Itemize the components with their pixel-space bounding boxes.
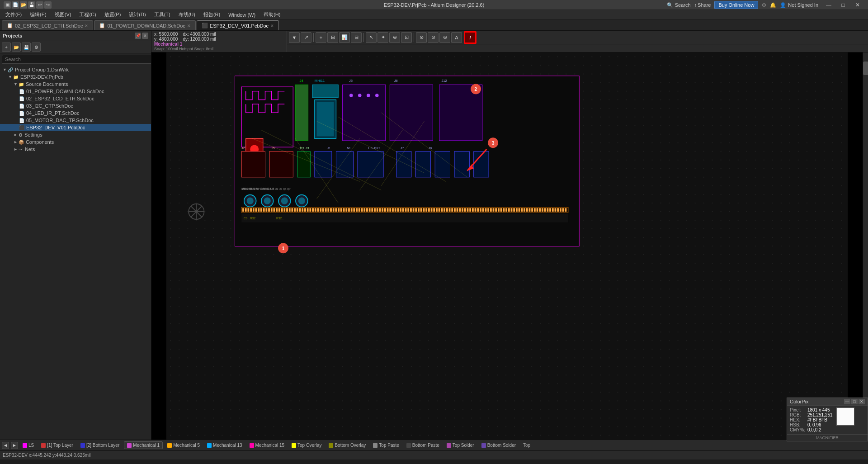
icon-redo[interactable]: ↪ <box>44 1 52 9</box>
layer-tab-top-solder[interactable]: Top Solder <box>444 442 477 449</box>
tree-root-arrow: ▼ <box>3 67 7 72</box>
sidebar-new-button[interactable]: + <box>2 43 11 52</box>
tree-root[interactable]: ▼ 🔗 Project Group 1.DsnWrk <box>0 66 151 73</box>
tree-nets[interactable]: ► 〰 Nets <box>0 146 151 153</box>
toolbar-table[interactable]: ⊟ <box>351 32 362 43</box>
tree-file-3[interactable]: 📄 03_I2C_CTP.SchDoc <box>0 102 151 109</box>
tab-close-3[interactable]: ✕ <box>270 24 274 28</box>
menu-view[interactable]: 视图(V) <box>51 10 75 19</box>
layer-tab-top-label[interactable]: Top <box>520 442 533 449</box>
sidebar-compile-button[interactable]: ⚙ <box>32 43 41 52</box>
sidebar-open-button[interactable]: 📂 <box>12 43 21 52</box>
tree-components[interactable]: ► 📦 Components <box>0 138 151 146</box>
layer-tab-top-paste[interactable]: Top Paste <box>370 442 401 449</box>
icon-save[interactable]: 💾 <box>28 1 35 9</box>
toolbar-select[interactable]: ↗ <box>301 32 311 43</box>
menu-design[interactable]: 设计(D) <box>125 10 149 19</box>
toolbar-inspect[interactable]: ⊕ <box>389 32 400 43</box>
layer-tab-bottom-paste[interactable]: Bottom Paste <box>404 442 442 449</box>
toolbar-cursor[interactable]: ↖ <box>366 32 377 43</box>
icon-new[interactable]: 📄 <box>12 1 19 9</box>
layer-color-bottom <box>80 443 85 448</box>
menu-window[interactable]: Window (W) <box>225 11 259 19</box>
toolbar-sep-3 <box>414 33 414 42</box>
minimize-button[interactable]: — <box>822 0 835 9</box>
tab-close-2[interactable]: ✕ <box>187 24 191 28</box>
layer-nav-left[interactable]: ◄ <box>2 442 9 449</box>
layer-tab-mech15[interactable]: Mechanical 15 <box>247 442 287 449</box>
share-button[interactable]: ↑ Share <box>694 2 711 8</box>
layer-tab-mech5[interactable]: Mechanical 5 <box>165 442 203 449</box>
layer-nav-right[interactable]: ► <box>11 442 18 449</box>
toolbar-star[interactable]: ✦ <box>377 32 388 43</box>
search-input[interactable] <box>2 55 151 64</box>
tab-lcd-eth[interactable]: 📋 02_ESP32_LCD_ETH.SchDoc ✕ <box>2 20 93 30</box>
toolbar-route[interactable]: ⊛ <box>439 32 450 43</box>
layer-tab-bottom-solder[interactable]: Bottom Solder <box>479 442 519 449</box>
layer-tab-mech1[interactable]: Mechanical 1 <box>124 441 163 449</box>
tab-close-1[interactable]: ✕ <box>85 24 88 28</box>
close-button[interactable]: ✕ <box>851 0 864 9</box>
layer-tab-bottom[interactable]: [2] Bottom Layer <box>78 442 122 449</box>
svg-rect-126 <box>428 208 430 212</box>
menu-report[interactable]: 报告(R) <box>200 10 224 19</box>
svg-text:2: 2 <box>475 87 477 92</box>
layer-tab-mech13[interactable]: Mechanical 13 <box>204 442 245 449</box>
tree-source-docs[interactable]: ▼ 📁 Source Documents <box>0 80 151 88</box>
layer-tab-top[interactable]: [1] Top Layer <box>38 442 76 449</box>
toolbar-chart[interactable]: 📊 <box>339 32 350 43</box>
menu-project[interactable]: 工程(C) <box>75 10 99 19</box>
toolbar-add[interactable]: + <box>316 32 326 43</box>
icon-undo[interactable]: ↩ <box>36 1 43 9</box>
menu-tools[interactable]: 工具(T) <box>151 10 174 19</box>
colorpix-close[interactable]: ✕ <box>859 399 865 404</box>
svg-rect-40 <box>435 152 450 177</box>
sidebar-pin-button[interactable]: 📌 <box>135 33 141 39</box>
colorpix-hsb-label: HSB: <box>790 422 806 427</box>
settings-icon[interactable]: ⚙ <box>762 2 766 8</box>
toolbar-cross2[interactable]: ⊘ <box>428 32 439 43</box>
layer-tab-bottom-overlay[interactable]: Bottom Overlay <box>326 442 368 449</box>
toolbar-text[interactable]: A <box>451 32 462 43</box>
canvas-area[interactable]: J4 MHI11 J5 J6 <box>151 52 863 440</box>
tree-project[interactable]: ▼ 📁 ESP32-DEV.PrjPcb <box>0 73 151 80</box>
tree-pcbfile[interactable]: ⬛ ESP32_DEV_V01.PcbDoc <box>0 124 151 131</box>
share-label: Share <box>698 2 711 8</box>
buy-button[interactable]: Buy Online Now <box>714 1 758 9</box>
sidebar-save-button[interactable]: 💾 <box>22 43 31 52</box>
not-signed-label: Not Signed In <box>788 2 818 8</box>
tree-settings[interactable]: ► ⚙ Settings <box>0 131 151 138</box>
menu-file[interactable]: 文件(F) <box>2 10 25 19</box>
menu-edit[interactable]: 编辑(E) <box>26 10 50 19</box>
tab-pcbdoc[interactable]: ⬛ ESP32_DEV_V01.PcbDoc ✕ <box>197 20 279 30</box>
layer-tab-top-overlay[interactable]: Top Overlay <box>289 442 324 449</box>
tree-file-4[interactable]: 📄 04_LED_IR_PT.SchDoc <box>0 109 151 117</box>
toolbar-filter[interactable]: ▼ <box>289 32 300 43</box>
layer-color-ls <box>23 443 27 448</box>
scrollbar-thumb[interactable] <box>863 62 868 75</box>
tab-icon-1: 📋 <box>7 23 13 28</box>
toolbar: ▼ ↗ + ⊞ 📊 ⊟ ↖ ✦ ⊕ ⊡ ⊗ ⊘ ⊛ A / <box>287 31 868 44</box>
tree-file-5[interactable]: 📄 05_MOTOR_DAC_TP.SchDoc <box>0 117 151 124</box>
right-scrollbar[interactable] <box>863 52 868 440</box>
sidebar-close-button[interactable]: ✕ <box>142 33 148 39</box>
notifications-icon[interactable]: 🔔 <box>770 2 776 8</box>
tree-file-1[interactable]: 📄 01_POWER_DOWNLOAD.SchDoc <box>0 88 151 95</box>
tab-power-download[interactable]: 📋 01_POWER_DOWNLOAD.SchDoc ✕ <box>94 20 195 30</box>
toolbar-component[interactable]: ⊡ <box>401 32 412 43</box>
icon-open[interactable]: 📂 <box>20 1 27 9</box>
tree-file-2[interactable]: 📄 02_ESP32_LCD_ETH.SchDoc <box>0 95 151 102</box>
maximize-button[interactable]: □ <box>836 0 850 9</box>
menu-place[interactable]: 放置(P) <box>101 10 125 19</box>
menu-route[interactable]: 布线(U) <box>175 10 199 19</box>
layer-tab-ls[interactable]: LS <box>20 442 37 449</box>
search-top-button[interactable]: 🔍 Search <box>667 2 691 8</box>
toolbar-line-tool[interactable]: / <box>464 31 476 44</box>
svg-rect-157 <box>508 208 510 212</box>
colorpix-minimize[interactable]: — <box>844 399 850 404</box>
menu-help[interactable]: 帮助(H) <box>260 10 284 19</box>
svg-rect-71 <box>286 208 288 212</box>
toolbar-grid[interactable]: ⊞ <box>327 32 338 43</box>
toolbar-cross1[interactable]: ⊗ <box>416 32 427 43</box>
colorpix-maximize[interactable]: □ <box>851 399 858 404</box>
